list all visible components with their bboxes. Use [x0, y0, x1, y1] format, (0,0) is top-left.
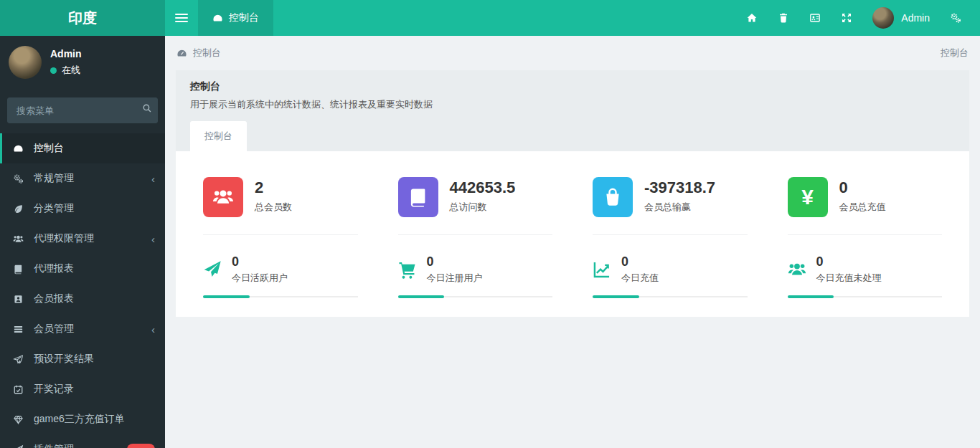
nav-tab-label: 控制台	[229, 11, 259, 24]
stat-label: 总会员数	[255, 201, 292, 214]
cart-icon	[398, 260, 417, 279]
book-icon	[2, 264, 34, 275]
page-title: 控制台	[190, 80, 955, 93]
avatar	[872, 7, 894, 29]
page-description: 用于展示当前系统中的统计数据、统计报表及重要实时数据	[190, 98, 955, 111]
sidebar-item-label: game6三方充值订单	[34, 413, 125, 426]
users-icon	[788, 260, 806, 279]
stat-value: 0	[427, 255, 483, 270]
sidebar-item-lottery-record[interactable]: 开奖记录	[0, 374, 165, 404]
home-icon	[746, 12, 758, 24]
sidebar-item-label: 开奖记录	[34, 383, 74, 396]
sidebar-item-label: 插件管理	[34, 443, 74, 448]
sidebar-item-category[interactable]: 分类管理	[0, 194, 165, 224]
sidebar-item-addon-manage[interactable]: 插件管理 new	[0, 434, 165, 448]
sidebar-item-member-report[interactable]: 会员报表	[0, 284, 165, 314]
send-icon	[2, 354, 34, 365]
yen-icon: ¥	[788, 177, 828, 217]
sidebar-item-label: 代理报表	[34, 262, 74, 275]
sidebar-item-label: 分类管理	[34, 202, 74, 215]
search-input[interactable]	[7, 97, 158, 123]
stat-total-visits: 442653.5 总访问数	[378, 164, 573, 235]
plane-icon	[2, 444, 34, 448]
progress-bar	[203, 295, 358, 298]
online-status-dot	[50, 67, 57, 74]
stat-value: 0	[839, 178, 886, 196]
stat-value: 0	[621, 255, 659, 270]
user-menu[interactable]: Admin	[864, 7, 938, 29]
topbar: 印度 控制台 Admin	[0, 0, 980, 36]
gauge-icon	[2, 143, 34, 154]
stat-total-recharge: ¥ 0 会员总充值	[768, 164, 963, 235]
search-button[interactable]	[142, 103, 152, 115]
fullscreen-button[interactable]	[832, 0, 861, 36]
stat-value: 442653.5	[450, 178, 516, 196]
sidebar-item-label: 会员报表	[34, 292, 74, 305]
navbar: 控制台 Admin	[165, 0, 980, 36]
account-card-icon	[809, 12, 821, 24]
stat-label: 今日充值	[621, 272, 659, 285]
panel-body: 2 总会员数 442653.5 总访问数	[176, 151, 969, 317]
shopping-bag-icon	[593, 177, 633, 217]
chevron-left-icon: ‹	[151, 324, 155, 335]
sidebar-menu: 控制台 常规管理 ‹ 分类管理 代理权限管理 ‹ 代理报表	[0, 133, 165, 448]
trash-icon	[778, 12, 789, 24]
settings-button[interactable]	[941, 0, 970, 36]
stat-label: 会员总充值	[839, 201, 886, 214]
list-icon	[2, 324, 34, 335]
sidebar-item-agent-auth[interactable]: 代理权限管理 ‹	[0, 224, 165, 254]
progress-bar	[788, 295, 943, 298]
users-icon	[2, 234, 34, 244]
stat-value: 0	[232, 255, 288, 270]
leaf-icon	[2, 204, 34, 214]
home-button[interactable]	[738, 0, 766, 36]
progress-bar	[593, 295, 748, 298]
secondary-stats-row: 0 今日活跃用户 0 今日注册用户	[183, 245, 962, 298]
stat-label: 今日注册用户	[427, 272, 483, 285]
stat-label: 今日活跃用户	[232, 272, 288, 285]
sidebar-item-agent-report[interactable]: 代理报表	[0, 254, 165, 284]
id-card-icon	[2, 294, 34, 305]
settings-cogs-icon	[950, 12, 961, 24]
stat-total-members: 2 总会员数	[183, 164, 378, 235]
sidebar-toggle-button[interactable]	[165, 0, 198, 36]
tab-dashboard[interactable]: 控制台	[190, 121, 247, 151]
breadcrumb: 控制台 控制台	[165, 36, 980, 70]
sidebar-item-label: 预设开奖结果	[34, 353, 94, 366]
sidebar-item-label: 代理权限管理	[34, 232, 94, 245]
brand-logo[interactable]: 印度	[0, 0, 165, 36]
cogs-icon	[2, 173, 34, 184]
sidebar-item-game6-orders[interactable]: game6三方充值订单	[0, 404, 165, 434]
sidebar-item-label: 控制台	[34, 142, 64, 155]
sidebar-item-dashboard[interactable]: 控制台	[0, 133, 165, 163]
stat-value: 2	[255, 178, 292, 196]
stat-value: 0	[816, 255, 882, 270]
clear-cache-button[interactable]	[769, 0, 798, 36]
tab-bar: 控制台	[190, 121, 955, 151]
sidebar-item-member-manage[interactable]: 会员管理 ‹	[0, 314, 165, 344]
sidebar-item-general[interactable]: 常规管理 ‹	[0, 163, 165, 194]
dashboard-panel: 控制台 用于展示当前系统中的统计数据、统计报表及重要实时数据 控制台 2 总会员…	[176, 70, 969, 317]
sidebar-user-name: Admin	[50, 48, 82, 59]
nav-tab-dashboard[interactable]: 控制台	[198, 0, 273, 36]
stat-today-active: 0 今日活跃用户	[183, 245, 378, 298]
chevron-left-icon: ‹	[151, 173, 155, 184]
breadcrumb-right: 控制台	[941, 47, 969, 59]
rocket-icon	[203, 260, 222, 279]
hamburger-icon	[175, 11, 188, 24]
sidebar: Admin 在线 控制台 常规管理 ‹ 分类管理 代	[0, 36, 165, 448]
sidebar-item-preset-lottery[interactable]: 预设开奖结果	[0, 344, 165, 374]
stat-today-recharge-pending: 0 今日充值未处理	[768, 245, 963, 298]
panel-heading: 控制台 用于展示当前系统中的统计数据、统计报表及重要实时数据 控制台	[176, 70, 969, 151]
avatar	[9, 46, 42, 79]
stat-total-winloss: -397318.7 会员总输赢	[573, 164, 768, 235]
breadcrumb-current: 控制台	[193, 47, 221, 59]
users-icon	[203, 177, 243, 217]
stat-today-recharge: 0 今日充值	[573, 245, 768, 298]
topbar-actions: Admin	[738, 0, 980, 36]
account-card-button[interactable]	[801, 0, 829, 36]
new-badge: new	[127, 444, 155, 448]
gem-icon	[2, 414, 34, 425]
sidebar-item-label: 会员管理	[34, 323, 74, 335]
book-icon	[398, 177, 438, 217]
